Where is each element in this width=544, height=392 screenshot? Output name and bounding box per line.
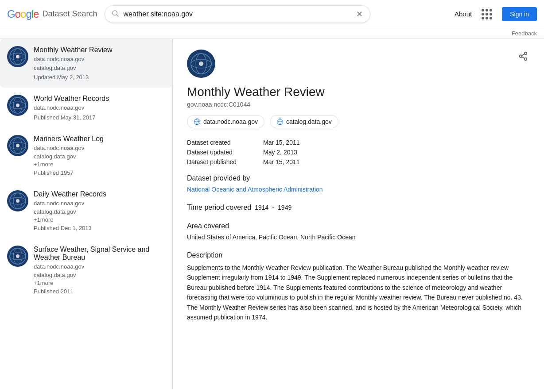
source-chip-label-1: catalog.data.gov	[286, 118, 332, 125]
result-logo-4	[7, 246, 28, 267]
share-button[interactable]	[517, 50, 530, 65]
meta-value-2: Mar 15, 2011	[263, 158, 300, 165]
time-period-title: Time period covered	[187, 204, 251, 211]
result-info-0: Monthly Weather Review data.nodc.noaa.go…	[34, 46, 165, 81]
svg-point-16	[16, 144, 19, 147]
result-title-1: World Weather Records	[34, 95, 165, 103]
meta-label-1: Dataset updated	[187, 149, 258, 156]
result-more-3: +1more	[34, 216, 165, 223]
svg-point-0	[113, 11, 117, 15]
provider-link[interactable]: National Oceanic and Atmospheric Adminis…	[187, 186, 323, 193]
result-source-2b: catalog.data.gov	[34, 152, 165, 161]
area-section: Area covered United States of America, P…	[187, 222, 530, 241]
google-logo: Google	[7, 8, 39, 20]
signin-button[interactable]: Sign in	[502, 7, 537, 21]
time-period-end: 1949	[278, 204, 291, 211]
svg-line-35	[522, 57, 525, 58]
detail-panel: Monthly Weather Review gov.noaa.ncdc:C01…	[173, 39, 544, 389]
description-text: Supplements to the Monthly Weather Revie…	[187, 263, 530, 322]
result-source-0a: data.nodc.noaa.gov	[34, 55, 165, 64]
search-icon	[111, 9, 119, 19]
svg-point-11	[16, 104, 19, 107]
result-item-0[interactable]: Monthly Weather Review data.nodc.noaa.go…	[0, 39, 172, 88]
detail-title: Monthly Weather Review	[187, 85, 530, 99]
svg-point-26	[16, 254, 19, 258]
result-source-1a: data.nodc.noaa.gov	[34, 104, 165, 112]
svg-point-33	[520, 55, 522, 58]
time-period-dash: -	[272, 204, 274, 211]
metadata-section: Dataset created Mar 15, 2011 Dataset upd…	[187, 139, 530, 165]
header-right: About Sign in	[455, 6, 537, 22]
result-more-2: +1more	[34, 161, 165, 168]
detail-logo	[187, 50, 215, 78]
feedback-bar: Feedback	[0, 28, 544, 39]
time-period-section: Time period covered 1914 - 1949	[187, 204, 530, 211]
result-source-4a: data.nodc.noaa.gov	[34, 262, 165, 271]
result-date-2: Published 1957	[34, 169, 165, 176]
result-logo-2	[7, 135, 28, 156]
source-chip-label-0: data.nodc.noaa.gov	[203, 118, 258, 125]
sidebar: Monthly Weather Review data.nodc.noaa.go…	[0, 39, 173, 389]
provider-section-title: Dataset provided by	[187, 174, 530, 182]
result-logo-1	[7, 95, 28, 116]
about-link[interactable]: About	[455, 10, 472, 18]
result-title-4: Surface Weather, Signal Service and Weat…	[34, 246, 165, 261]
meta-row-1: Dataset updated May 2, 2013	[187, 149, 530, 156]
result-date-1: Published May 31, 2017	[34, 114, 165, 121]
header: Google Dataset Search ✕ About Sign in	[0, 0, 544, 28]
result-info-4: Surface Weather, Signal Service and Weat…	[34, 246, 165, 295]
svg-point-34	[525, 58, 527, 61]
apps-icon[interactable]	[479, 6, 495, 22]
description-section: Description Supplements to the Monthly W…	[187, 251, 530, 322]
source-chip-0[interactable]: data.nodc.noaa.gov	[187, 115, 264, 128]
result-info-1: World Weather Records data.nodc.noaa.gov…	[34, 95, 165, 121]
logo-area: Google Dataset Search	[7, 8, 97, 20]
result-item-1[interactable]: World Weather Records data.nodc.noaa.gov…	[0, 88, 172, 128]
result-more-4: +1more	[34, 280, 165, 286]
search-bar: ✕	[105, 5, 370, 23]
result-source-0b: catalog.data.gov	[34, 64, 165, 73]
result-info-2: Mariners Weather Log data.nodc.noaa.gov …	[34, 135, 165, 176]
result-title-2: Mariners Weather Log	[34, 135, 165, 143]
source-chip-1[interactable]: catalog.data.gov	[270, 115, 338, 128]
detail-id: gov.noaa.ncdc:C01044	[187, 101, 530, 108]
result-source-4b: catalog.data.gov	[34, 271, 165, 280]
result-source-3b: catalog.data.gov	[34, 208, 165, 216]
description-title: Description	[187, 251, 530, 259]
result-date-4: Published 2011	[34, 288, 165, 295]
result-item-4[interactable]: Surface Weather, Signal Service and Weat…	[0, 238, 172, 302]
feedback-link[interactable]: Feedback	[512, 30, 537, 37]
result-logo-3	[7, 190, 28, 211]
result-logo-0	[7, 46, 28, 67]
result-info-3: Daily Weather Records data.nodc.noaa.gov…	[34, 190, 165, 231]
svg-line-1	[117, 15, 118, 16]
svg-point-31	[199, 61, 203, 66]
result-title-3: Daily Weather Records	[34, 190, 165, 198]
meta-value-0: Mar 15, 2011	[263, 139, 300, 146]
product-name: Dataset Search	[42, 9, 97, 19]
provider-section: Dataset provided by National Oceanic and…	[187, 174, 530, 193]
time-period-start: 1914	[255, 204, 268, 211]
meta-row-0: Dataset created Mar 15, 2011	[187, 139, 530, 146]
result-date-3: Published Dec 1, 2013	[34, 225, 165, 231]
meta-label-2: Dataset published	[187, 158, 258, 165]
result-date-0: Updated May 2, 2013	[34, 74, 165, 81]
svg-line-36	[522, 54, 525, 56]
meta-row-2: Dataset published Mar 15, 2011	[187, 158, 530, 165]
clear-icon[interactable]: ✕	[355, 8, 364, 20]
result-item-2[interactable]: Mariners Weather Log data.nodc.noaa.gov …	[0, 128, 172, 183]
result-item-3[interactable]: Daily Weather Records data.nodc.noaa.gov…	[0, 183, 172, 238]
svg-point-6	[16, 55, 19, 58]
source-links: data.nodc.noaa.gov catalog.data.gov	[187, 115, 530, 128]
result-source-2a: data.nodc.noaa.gov	[34, 144, 165, 153]
area-title: Area covered	[187, 222, 530, 230]
meta-label-0: Dataset created	[187, 139, 258, 146]
search-input[interactable]	[124, 10, 355, 18]
main-layout: Monthly Weather Review data.nodc.noaa.go…	[0, 39, 544, 389]
meta-value-1: May 2, 2013	[263, 149, 297, 156]
svg-point-21	[16, 199, 19, 203]
result-source-3a: data.nodc.noaa.gov	[34, 199, 165, 208]
area-value: United States of America, Pacific Ocean,…	[187, 234, 530, 241]
result-title-0: Monthly Weather Review	[34, 46, 165, 54]
svg-point-32	[525, 52, 527, 55]
